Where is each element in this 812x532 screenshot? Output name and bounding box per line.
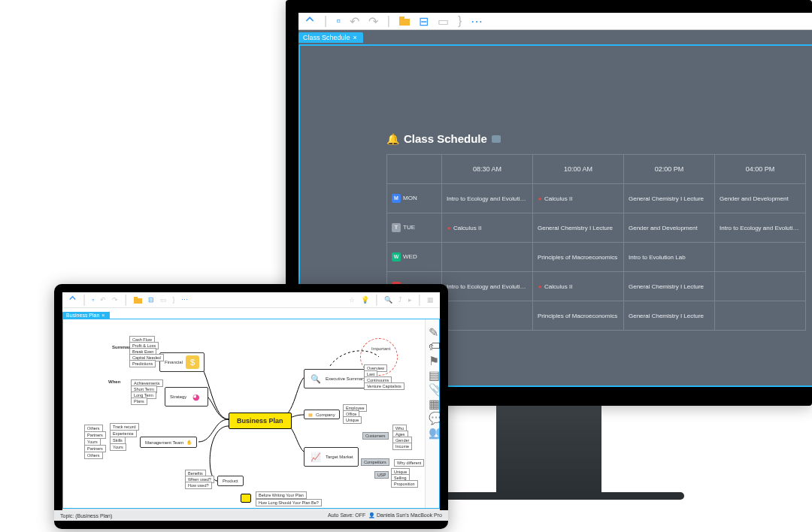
class-cell[interactable] xyxy=(715,272,806,301)
child-node[interactable]: How used? xyxy=(185,482,212,489)
redo-icon[interactable]: ↷ xyxy=(112,296,118,304)
node-label: Strategy xyxy=(170,394,186,399)
child-node[interactable]: Venture Capitalists xyxy=(364,382,404,390)
class-cell[interactable]: Intro to Ecology and Evolution Lecture xyxy=(442,272,533,301)
close-icon[interactable]: × xyxy=(353,34,357,41)
undo-icon[interactable]: ↶ xyxy=(350,14,359,29)
attr-usp[interactable]: USP xyxy=(374,471,389,479)
tab-class-schedule[interactable]: Class Schedule× xyxy=(298,32,363,43)
class-cell[interactable]: Intro to Ecology and Evolution Lecture xyxy=(442,184,533,213)
schedule-widget: 🔔 Class Schedule 08:30 AM 10:00 AM 02:00… xyxy=(386,132,812,331)
class-cell[interactable] xyxy=(715,301,806,331)
footer-icon xyxy=(241,494,251,503)
group-label: When xyxy=(108,379,120,384)
class-cell[interactable] xyxy=(715,243,806,272)
class-cell[interactable]: General Chemistry I Lecture xyxy=(624,184,715,213)
mindmap-canvas[interactable]: ✎ 🏷 ⚑ ▤ 📎 ▦ 💬 👥 Business Plan xyxy=(62,319,440,509)
class-cell[interactable]: ★Calculus II xyxy=(533,272,624,301)
child-node[interactable]: Income xyxy=(392,443,412,450)
redo-icon[interactable]: ↷ xyxy=(368,14,378,29)
tab-business-plan[interactable]: Business Plan× xyxy=(62,312,110,319)
day-chip: M xyxy=(392,194,401,203)
class-cell[interactable] xyxy=(442,243,533,272)
class-cell[interactable]: Principles of Macroeconomics xyxy=(533,243,624,272)
table-row: MMONIntro to Ecology and Evolution Lectu… xyxy=(387,184,806,213)
child-node[interactable]: Proposition xyxy=(391,480,418,488)
child-node[interactable]: Predictions xyxy=(129,360,156,367)
class-cell[interactable]: General Chemistry I Lecture xyxy=(533,213,624,243)
layout-icon[interactable]: ▭ xyxy=(438,14,449,29)
time-header: 02:00 PM xyxy=(624,155,715,184)
save-icon[interactable]: ▫ xyxy=(92,296,94,304)
monitor-foot xyxy=(414,492,684,500)
folder-icon[interactable] xyxy=(134,293,142,307)
class-cell[interactable]: Principles of Macroeconomics xyxy=(533,301,624,331)
root-node[interactable]: Business Plan xyxy=(229,413,292,429)
arrow-icon[interactable]: ▸ xyxy=(408,296,412,304)
sub-node[interactable]: Others xyxy=(84,452,103,459)
class-cell[interactable]: Gender and Development xyxy=(624,213,715,243)
star-icon: ★ xyxy=(447,225,451,231)
day-cell: MMON xyxy=(387,184,442,213)
child-node[interactable]: Yours xyxy=(110,443,126,451)
node-exec-summary[interactable]: 🔍Executive Summary xyxy=(304,369,371,388)
tab-bar: Class Schedule× xyxy=(298,30,812,45)
class-cell[interactable]: Gender and Development xyxy=(715,184,806,213)
undo-icon[interactable]: ↶ xyxy=(100,296,106,304)
star-icon[interactable]: ☆ xyxy=(349,296,355,304)
map-icon[interactable]: ⊟ xyxy=(419,14,429,29)
folder-icon[interactable] xyxy=(399,17,410,26)
table-row: TTUE★Calculus IIGeneral Chemistry I Lect… xyxy=(387,213,806,243)
more-icon[interactable]: ⋯ xyxy=(471,14,483,29)
bell-icon: 🔔 xyxy=(386,133,399,145)
class-cell[interactable]: Intro to Ecology and Evolution Lecture xyxy=(715,213,806,243)
laptop-screen: | ▫ ↶ ↷ | ⊟ ▭ } ⋯ ☆ 💡 | 🔍 ⤴ ▸ | ▦ Busine… xyxy=(62,292,440,521)
class-cell[interactable]: ★Calculus II xyxy=(533,184,624,213)
class-cell[interactable]: General Chemistry I Lecture xyxy=(624,301,715,331)
attr-customers[interactable]: Customers xyxy=(362,432,389,440)
divider-icon: | xyxy=(83,293,86,307)
node-target-market[interactable]: 📈Target Market xyxy=(304,447,359,467)
divider-icon: | xyxy=(387,14,390,28)
divider-icon: | xyxy=(418,293,421,307)
attr-competitors[interactable]: Competitors xyxy=(361,458,389,466)
class-cell[interactable]: ★Calculus II xyxy=(442,213,533,243)
save-icon[interactable]: ▫ xyxy=(336,14,341,28)
app-toolbar: | ▫ ↶ ↷ | ⊟ ▭ } ⋯ xyxy=(298,13,812,30)
close-icon[interactable]: × xyxy=(102,313,105,318)
node-company[interactable]: ▦Company xyxy=(304,410,340,419)
node-product[interactable]: Product xyxy=(217,476,244,486)
search-icon[interactable]: 🔍 xyxy=(384,296,392,304)
share-icon[interactable]: ⤴ xyxy=(398,296,402,304)
child-node[interactable]: Why different xyxy=(394,459,424,467)
more-icon[interactable]: ⋯ xyxy=(181,296,188,304)
logo-icon xyxy=(304,16,315,26)
monitor-stand xyxy=(496,406,601,496)
class-cell[interactable] xyxy=(442,301,533,331)
footer-note[interactable]: Before Writing Your Plan xyxy=(256,491,307,499)
node-financial[interactable]: Financial$ xyxy=(159,352,205,372)
bulb-icon[interactable]: 💡 xyxy=(361,296,369,304)
child-node[interactable]: Plans xyxy=(131,397,147,405)
class-cell[interactable]: Intro to Evolution Lab xyxy=(624,243,715,272)
class-cell[interactable]: General Chemistry I Lecture xyxy=(624,272,715,301)
child-node[interactable]: Unique xyxy=(343,416,362,424)
tab-label: Class Schedule xyxy=(303,34,350,41)
braces-icon[interactable]: } xyxy=(458,14,462,28)
user-label: Daniela Sun's MacBook Pro xyxy=(377,512,442,518)
map-icon[interactable]: ⊟ xyxy=(148,296,154,304)
schedule-title-row: 🔔 Class Schedule xyxy=(386,132,812,145)
time-header: 08:30 AM xyxy=(442,155,533,184)
node-management[interactable]: Management Team✋ xyxy=(140,437,197,448)
node-label: Target Market xyxy=(326,455,353,459)
footer-note[interactable]: How Long Should Your Plan Be? xyxy=(256,499,322,506)
layout-icon[interactable]: ▭ xyxy=(160,296,167,304)
node-strategy[interactable]: Strategy◕ xyxy=(165,387,208,407)
grid-icon[interactable]: ▦ xyxy=(427,296,434,304)
hand-icon: ✋ xyxy=(186,440,192,445)
braces-icon[interactable]: } xyxy=(173,296,175,304)
svg-rect-3 xyxy=(134,297,138,299)
star-icon: ★ xyxy=(538,284,542,289)
schedule-title: Class Schedule xyxy=(404,132,487,145)
day-chip: W xyxy=(392,252,401,261)
